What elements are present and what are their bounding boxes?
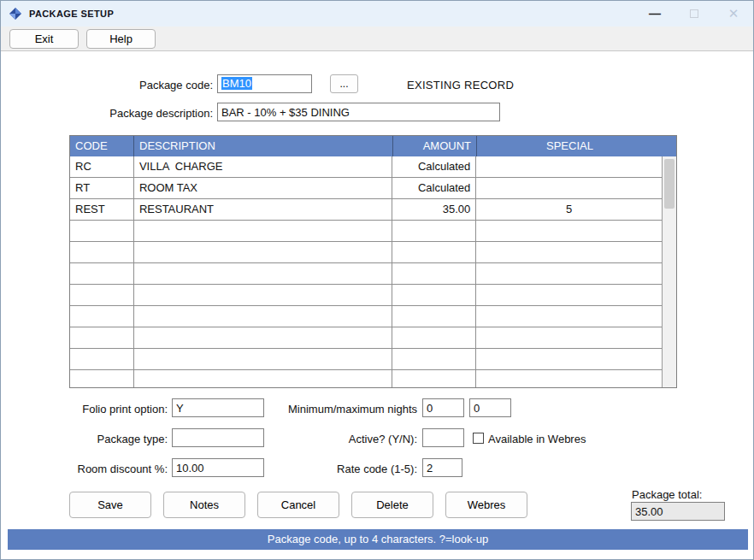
- header-code: CODE: [70, 136, 134, 156]
- table-row[interactable]: [70, 242, 662, 263]
- folio-print-label: Folio print option:: [18, 403, 168, 416]
- package-code-value: BM10: [221, 77, 252, 90]
- cell-code: [70, 221, 134, 241]
- cell-special: 5: [476, 199, 662, 220]
- package-type-input[interactable]: [172, 428, 264, 447]
- cell-special: [476, 156, 662, 177]
- cell-amount: [392, 349, 476, 369]
- exit-button[interactable]: Exit: [9, 29, 79, 49]
- cell-description: ROOM TAX: [134, 178, 393, 198]
- status-bar: Package code, up to 4 characters. ?=look…: [8, 529, 748, 550]
- help-button[interactable]: Help: [86, 29, 156, 49]
- cell-special: [476, 370, 662, 387]
- cell-code: [70, 370, 134, 387]
- app-icon: [9, 7, 22, 21]
- header-amount: AMOUNT: [393, 136, 477, 156]
- table-header-row: CODE DESCRIPTION AMOUNT SPECIAL: [70, 136, 676, 156]
- minimize-icon[interactable]: —: [635, 1, 674, 27]
- cell-special: [476, 221, 662, 241]
- cell-description: VILLA CHARGE: [134, 156, 393, 177]
- cell-special: [476, 285, 662, 305]
- package-description-input[interactable]: [217, 103, 500, 121]
- cell-special: [476, 349, 662, 369]
- webres-button[interactable]: Webres: [445, 492, 527, 518]
- record-status: EXISTING RECORD: [407, 79, 514, 91]
- cell-code: REST: [70, 199, 134, 220]
- cell-special: [476, 306, 662, 327]
- cell-description: [134, 327, 393, 348]
- cell-amount: [392, 263, 476, 284]
- cell-code: [70, 285, 134, 305]
- cell-description: [134, 349, 393, 369]
- cell-special: [476, 178, 662, 198]
- rate-code-input[interactable]: [422, 458, 462, 477]
- notes-button[interactable]: Notes: [163, 492, 245, 518]
- cell-code: RC: [70, 156, 134, 177]
- cell-code: [70, 263, 134, 284]
- lookup-button[interactable]: ...: [330, 74, 358, 93]
- save-button[interactable]: Save: [69, 492, 151, 518]
- room-discount-label: Room discount %:: [18, 463, 168, 475]
- charges-table: CODE DESCRIPTION AMOUNT SPECIAL RCVILLA …: [69, 135, 677, 388]
- active-label: Active? (Y/N):: [257, 433, 417, 445]
- cell-code: [70, 327, 134, 348]
- package-code-label: Package code:: [52, 79, 213, 91]
- main-area: Package code: BM10 ... EXISTING RECORD P…: [1, 52, 753, 529]
- room-discount-input[interactable]: [172, 458, 264, 477]
- table-row[interactable]: RESTRESTAURANT35.005: [70, 199, 662, 221]
- table-row[interactable]: [70, 221, 662, 242]
- cancel-button[interactable]: Cancel: [257, 492, 339, 518]
- cell-amount: [392, 306, 476, 327]
- cell-special: [476, 327, 662, 348]
- cell-amount: [392, 327, 476, 348]
- cell-description: [134, 285, 393, 305]
- cell-code: [70, 306, 134, 327]
- table-row[interactable]: [70, 349, 662, 370]
- package-description-label: Package description:: [52, 107, 213, 120]
- webres-checkbox-label: Available in Webres: [488, 433, 586, 445]
- cell-description: [134, 263, 393, 284]
- cell-description: [134, 242, 393, 262]
- cell-amount: [392, 242, 476, 262]
- toolbar: Exit Help: [1, 27, 753, 51]
- webres-checkbox[interactable]: [473, 433, 484, 444]
- header-special: SPECIAL: [477, 136, 663, 156]
- table-row[interactable]: [70, 327, 662, 349]
- cell-amount: [392, 221, 476, 241]
- folio-print-input[interactable]: [172, 398, 264, 417]
- maximize-icon[interactable]: [674, 1, 714, 27]
- min-nights-input[interactable]: [422, 398, 464, 417]
- scrollbar-thumb[interactable]: [664, 159, 674, 209]
- table-scrollbar[interactable]: [662, 156, 676, 387]
- table-row[interactable]: [70, 370, 662, 387]
- cell-amount: [392, 370, 476, 387]
- table-row[interactable]: [70, 263, 662, 285]
- package-type-label: Package type:: [18, 433, 168, 445]
- table-row[interactable]: [70, 306, 662, 327]
- window-title: PACKAGE SETUP: [29, 9, 114, 19]
- header-description: DESCRIPTION: [134, 136, 393, 156]
- package-table-body: RCVILLA CHARGECalculatedRTROOM TAXCalcul…: [70, 156, 662, 387]
- cell-code: [70, 349, 134, 369]
- cell-special: [476, 242, 662, 262]
- package-total-value: [631, 502, 725, 521]
- table-row[interactable]: RCVILLA CHARGECalculated: [70, 156, 662, 178]
- package-setup-window: PACKAGE SETUP — ✕ Exit Help Package code…: [0, 0, 754, 560]
- rate-code-label: Rate code (1-5):: [257, 463, 417, 475]
- package-code-input[interactable]: BM10: [217, 74, 312, 93]
- delete-button[interactable]: Delete: [351, 492, 433, 518]
- active-input[interactable]: [422, 428, 464, 447]
- max-nights-input[interactable]: [469, 398, 511, 417]
- title-bar: PACKAGE SETUP — ✕: [1, 1, 753, 27]
- cell-special: [476, 263, 662, 284]
- table-row[interactable]: RTROOM TAXCalculated: [70, 178, 662, 199]
- cell-amount: 35.00: [392, 199, 476, 220]
- cell-description: RESTAURANT: [134, 199, 393, 220]
- package-total-label: Package total:: [632, 488, 702, 501]
- min-max-nights-label: Minimum/maximum nights: [257, 403, 417, 416]
- cell-code: [70, 242, 134, 262]
- cell-code: RT: [70, 178, 134, 198]
- table-row[interactable]: [70, 285, 662, 306]
- close-icon[interactable]: ✕: [714, 1, 753, 27]
- cell-description: [134, 221, 393, 241]
